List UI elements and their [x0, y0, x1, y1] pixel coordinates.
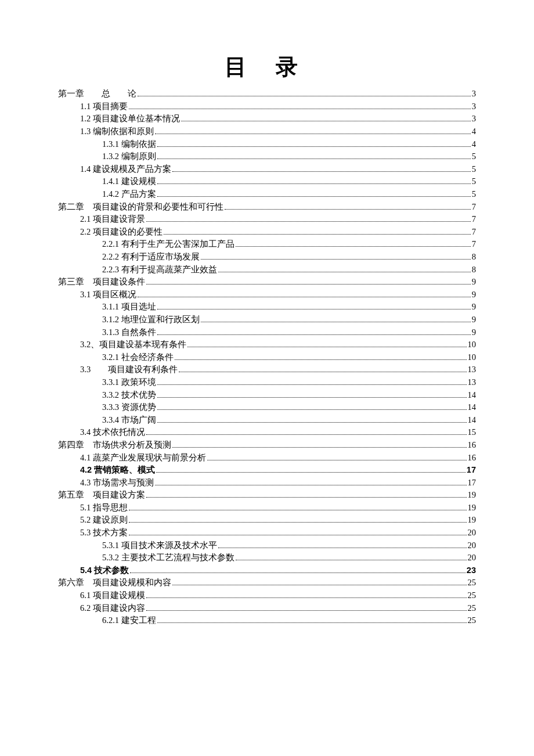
toc-label: 3.2.1 社会经济条件	[102, 353, 174, 362]
toc-label: 4.1 蔬菜产业发展现状与前景分析	[80, 453, 206, 462]
toc-label: 第三章 项目建设条件	[58, 278, 145, 286]
toc-leader-dots	[157, 304, 471, 310]
toc-entry: 3.1 项目区概况9	[58, 289, 476, 301]
toc-leader-dots	[157, 417, 467, 423]
toc-label: 5.1 指导思想	[80, 503, 128, 512]
toc-leader-dots	[181, 116, 471, 122]
toc-label: 2.2 项目建设的必要性	[80, 228, 163, 236]
toc-page-number: 10	[468, 340, 477, 349]
toc-leader-dots	[218, 542, 467, 548]
toc-label: 1.3 编制依据和原则	[80, 127, 154, 136]
toc-leader-dots	[129, 517, 467, 523]
toc-leader-dots	[225, 204, 471, 210]
toc-label: 6.2 项目建设内容	[80, 604, 145, 613]
toc-entry: 3.1.2 地理位置和行政区划9	[58, 314, 476, 326]
toc-entry: 3.1.1 项目选址9	[58, 301, 476, 314]
toc-page-number: 25	[468, 578, 477, 587]
toc-leader-dots	[155, 480, 467, 485]
toc-leader-dots	[129, 505, 467, 510]
toc-page-number: 14	[468, 416, 477, 424]
toc-page-number: 5	[472, 165, 476, 174]
toc-entry: 3.3.2 技术优势14	[58, 388, 476, 401]
page-title: 目 录	[58, 52, 476, 82]
toc-label: 3.3.1 政策环境	[102, 378, 156, 387]
toc-page-number: 20	[468, 553, 477, 562]
toc-leader-dots	[187, 341, 466, 347]
toc-page-number: 3	[472, 102, 476, 111]
toc-leader-dots	[146, 279, 471, 285]
toc-label: 3.2、项目建设基本现有条件	[80, 340, 186, 349]
toc-page-number: 5	[472, 190, 476, 199]
toc-leader-dots	[146, 605, 467, 611]
toc-leader-dots	[157, 154, 471, 160]
toc-leader-dots	[157, 191, 471, 197]
toc-entry: 3.2、项目建设基本现有条件10	[58, 339, 476, 351]
toc-entry: 3.3.3 资源优势14	[58, 401, 476, 414]
toc-leader-dots	[172, 166, 471, 172]
toc-entry: 2.2.1 有利于生产无公害深加工产品7	[58, 238, 476, 251]
toc-entry: 1.3.1 编制依据4	[58, 138, 476, 150]
toc-page-number: 15	[468, 428, 477, 437]
toc-page-number: 17	[467, 466, 476, 474]
toc-entry: 第六章 项目建设规模和内容25	[58, 577, 476, 589]
toc-entry: 1.4.1 建设规模5	[58, 175, 476, 188]
toc-label: 3.4 技术依托情况	[80, 428, 145, 437]
toc-page-number: 14	[468, 403, 477, 412]
toc-leader-dots	[146, 592, 467, 598]
toc-entry: 4.3 市场需求与预测17	[58, 476, 476, 489]
toc-label: 4.3 市场需求与预测	[80, 478, 154, 487]
toc-entry: 3.2.1 社会经济条件10	[58, 351, 476, 363]
table-of-contents: 第一章 总 论31.1 项目摘要31.2 项目建设单位基本情况31.3 编制依据…	[58, 88, 476, 627]
toc-page-number: 8	[472, 253, 476, 261]
toc-leader-dots	[157, 618, 467, 624]
toc-page-number: 20	[468, 528, 477, 537]
toc-label: 1.3.2 编制原则	[102, 152, 156, 161]
toc-leader-dots	[157, 379, 467, 385]
toc-entry: 1.4 建设规模及产品方案5	[58, 163, 476, 176]
toc-entry: 1.2 项目建设单位基本情况3	[58, 113, 476, 125]
toc-label: 3.1.1 项目选址	[102, 303, 156, 311]
toc-leader-dots	[157, 179, 471, 185]
toc-label: 3.3.2 技术优势	[102, 391, 156, 399]
toc-leader-dots	[156, 467, 466, 473]
document-page: 目 录 第一章 总 论31.1 项目摘要31.2 项目建设单位基本情况31.3 …	[0, 0, 534, 756]
toc-page-number: 9	[472, 303, 476, 311]
toc-leader-dots	[207, 455, 467, 460]
toc-leader-dots	[236, 555, 467, 561]
toc-entry: 第一章 总 论3	[58, 88, 476, 100]
toc-label: 5.4 技术参数	[80, 566, 129, 575]
toc-label: 5.3 技术方案	[80, 528, 128, 537]
toc-page-number: 10	[468, 353, 477, 362]
toc-label: 3.3.3 资源优势	[102, 403, 156, 412]
toc-entry: 2.2.2 有利于适应市场发展8	[58, 251, 476, 264]
toc-leader-dots	[236, 242, 471, 247]
toc-page-number: 7	[472, 203, 476, 211]
toc-page-number: 13	[468, 365, 477, 374]
toc-leader-dots	[201, 316, 471, 322]
toc-leader-dots	[164, 229, 471, 235]
toc-entry: 2.2 项目建设的必要性7	[58, 226, 476, 239]
toc-leader-dots	[172, 442, 467, 448]
toc-entry: 4.2 营销策略、模式17	[58, 464, 476, 477]
toc-leader-dots	[157, 141, 471, 147]
toc-label: 3.1.3 自然条件	[102, 328, 156, 337]
toc-leader-dots	[146, 430, 467, 435]
toc-leader-dots	[157, 392, 467, 398]
toc-entry: 5.3 技术方案20	[58, 527, 476, 539]
toc-page-number: 13	[468, 378, 477, 387]
toc-page-number: 4	[472, 140, 476, 149]
toc-label: 1.4.1 建设规模	[102, 177, 156, 186]
toc-entry: 5.2 建设原则19	[58, 514, 476, 527]
toc-page-number: 7	[472, 240, 476, 249]
toc-label: 1.3.1 编制依据	[102, 140, 156, 149]
toc-label: 1.4 建设规模及产品方案	[80, 165, 171, 174]
toc-leader-dots	[179, 367, 466, 373]
toc-leader-dots	[201, 254, 471, 260]
toc-entry: 第三章 项目建设条件9	[58, 276, 476, 289]
toc-entry: 4.1 蔬菜产业发展现状与前景分析16	[58, 451, 476, 464]
toc-label: 2.2.2 有利于适应市场发展	[102, 253, 200, 261]
toc-leader-dots	[175, 354, 467, 360]
toc-page-number: 16	[468, 441, 477, 449]
toc-leader-dots	[155, 128, 471, 134]
toc-entry: 第五章 项目建设方案19	[58, 489, 476, 502]
